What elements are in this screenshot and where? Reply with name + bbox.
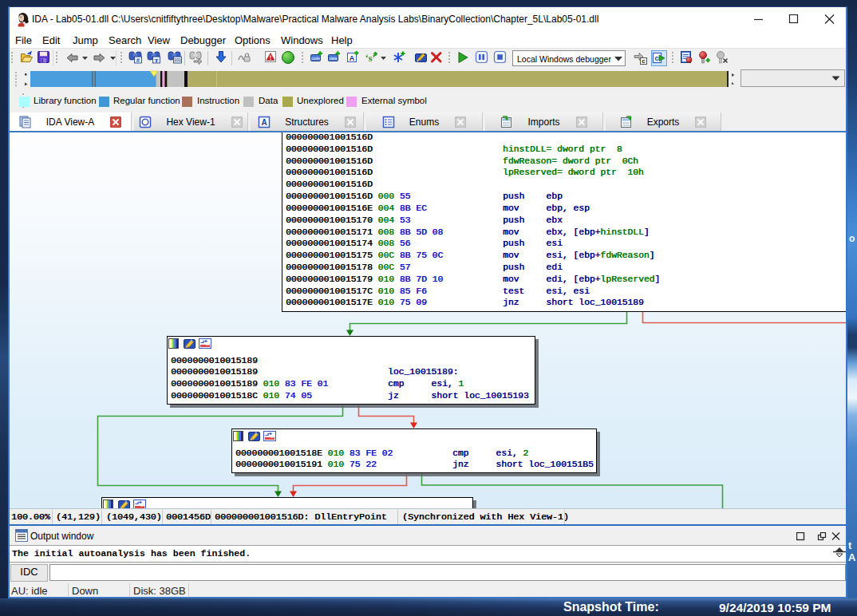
- svg-text:c: c: [654, 54, 658, 62]
- svg-text:A: A: [350, 54, 355, 62]
- svg-text:c: c: [642, 57, 646, 65]
- svg-text:code: code: [311, 56, 320, 61]
- svg-text:T: T: [155, 57, 159, 64]
- svg-text:#: #: [136, 57, 140, 63]
- svg-text:data: data: [330, 56, 338, 61]
- svg-text:101: 101: [174, 57, 181, 62]
